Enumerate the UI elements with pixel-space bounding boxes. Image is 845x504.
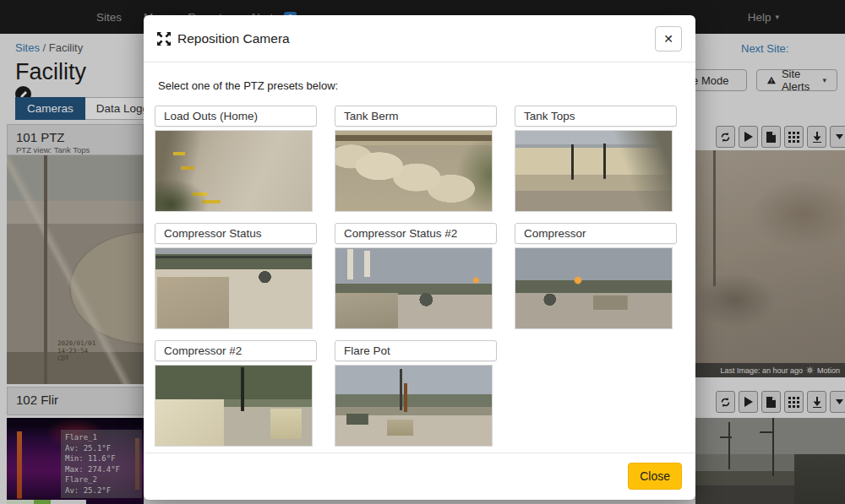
modal-title: Reposition Camera <box>177 31 290 46</box>
preset-thumbnail[interactable] <box>515 247 673 329</box>
preset-card-compressor-2[interactable]: Compressor #2 <box>155 340 317 447</box>
preset-thumbnail[interactable] <box>335 130 493 212</box>
preset-label: Compressor Status <box>155 223 317 244</box>
modal-body: Select one of the PTZ presets below: Loa… <box>144 62 695 453</box>
preset-card-flare-pot[interactable]: Flare Pot <box>335 340 497 447</box>
preset-label: Compressor #2 <box>155 340 317 361</box>
modal-header: Reposition Camera ✕ <box>144 15 695 62</box>
preset-card-tank-tops[interactable]: Tank Tops <box>515 106 677 212</box>
preset-card-compressor[interactable]: Compressor <box>515 223 677 329</box>
preset-label: Compressor Status #2 <box>335 223 497 244</box>
preset-thumbnail[interactable] <box>155 130 313 212</box>
preset-card-compressor-status-2[interactable]: Compressor Status #2 <box>335 223 497 329</box>
modal-footer: Close <box>144 453 695 500</box>
preset-card-tank-berm[interactable]: Tank Berm <box>335 106 497 212</box>
preset-thumbnail[interactable] <box>335 365 493 447</box>
preset-label: Flare Pot <box>335 340 497 361</box>
preset-thumbnail[interactable] <box>515 130 673 212</box>
preset-label: Tank Tops <box>515 106 677 127</box>
preset-grid: Load Outs (Home) Tank Berm Tank Tops Com… <box>155 106 684 447</box>
preset-label: Load Outs (Home) <box>155 106 317 127</box>
modal-close-x-button[interactable]: ✕ <box>655 26 682 51</box>
close-button[interactable]: Close <box>628 463 682 490</box>
app-screen: Sites Map Reports Alerts 2 Help ▾ Sites … <box>0 0 845 504</box>
preset-card-load-outs[interactable]: Load Outs (Home) <box>155 106 317 212</box>
preset-thumbnail[interactable] <box>155 247 313 329</box>
preset-label: Tank Berm <box>335 106 497 127</box>
reposition-camera-modal: Reposition Camera ✕ Select one of the PT… <box>144 15 695 500</box>
preset-thumbnail[interactable] <box>335 247 493 329</box>
preset-card-compressor-status[interactable]: Compressor Status <box>155 223 317 329</box>
preset-thumbnail[interactable] <box>155 365 313 447</box>
preset-instruction: Select one of the PTZ presets below: <box>158 79 684 92</box>
move-arrows-icon <box>157 32 171 46</box>
preset-label: Compressor <box>515 223 677 244</box>
